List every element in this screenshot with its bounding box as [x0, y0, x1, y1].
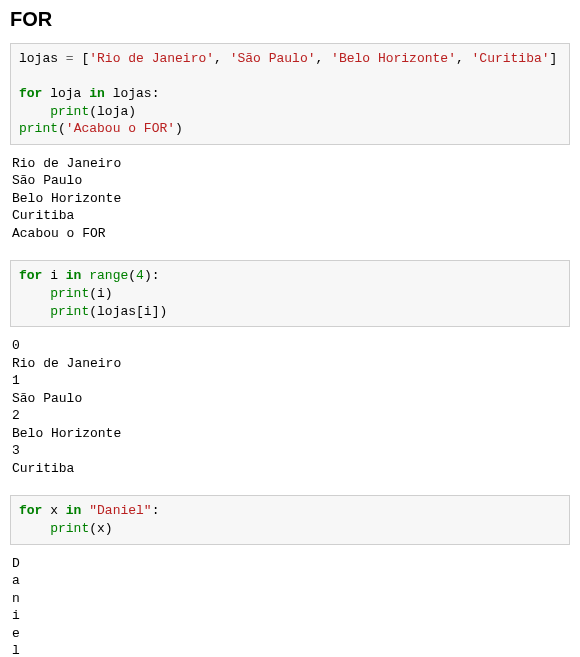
- code-token: ):: [144, 268, 160, 283]
- code-token: ,: [214, 51, 230, 66]
- code-token: in: [66, 268, 82, 283]
- output-cell: D a n i e l: [10, 551, 570, 657]
- code-token: print: [50, 286, 89, 301]
- cells-container: lojas = ['Rio de Janeiro', 'São Paulo', …: [10, 43, 570, 657]
- code-token: 'Curitiba': [472, 51, 550, 66]
- code-token: [19, 286, 50, 301]
- output-cell: 0 Rio de Janeiro 1 São Paulo 2 Belo Hori…: [10, 333, 570, 487]
- code-token: loja: [42, 86, 89, 101]
- code-token: "Daniel": [89, 503, 151, 518]
- code-token: x: [42, 503, 65, 518]
- code-token: print: [19, 121, 58, 136]
- code-token: [19, 104, 50, 119]
- code-token: in: [66, 503, 82, 518]
- code-cell: lojas = ['Rio de Janeiro', 'São Paulo', …: [10, 43, 570, 145]
- code-token: print: [50, 304, 89, 319]
- code-token: ,: [456, 51, 472, 66]
- code-token: print: [50, 104, 89, 119]
- code-token: 'Acabou o FOR': [66, 121, 175, 136]
- code-token: lojas: [19, 51, 66, 66]
- code-token: 'São Paulo': [230, 51, 316, 66]
- code-token: 'Rio de Janeiro': [89, 51, 214, 66]
- code-token: 4: [136, 268, 144, 283]
- code-token: ): [175, 121, 183, 136]
- code-token: for: [19, 503, 42, 518]
- code-token: 'Belo Horizonte': [331, 51, 456, 66]
- code-token: :: [152, 503, 160, 518]
- code-token: (x): [89, 521, 112, 536]
- code-token: ]: [550, 51, 558, 66]
- code-token: (i): [89, 286, 112, 301]
- output-cell: Rio de Janeiro São Paulo Belo Horizonte …: [10, 151, 570, 253]
- code-token: [19, 304, 50, 319]
- code-token: range: [89, 268, 128, 283]
- code-token: in: [89, 86, 105, 101]
- code-token: lojas:: [105, 86, 160, 101]
- code-token: [: [74, 51, 90, 66]
- section-heading: FOR: [10, 8, 570, 31]
- code-token: for: [19, 86, 42, 101]
- code-token: i: [42, 268, 65, 283]
- code-cell: for i in range(4): print(i) print(lojas[…: [10, 260, 570, 327]
- code-cell: for x in "Daniel": print(x): [10, 495, 570, 544]
- code-token: (lojas[i]): [89, 304, 167, 319]
- code-token: [19, 521, 50, 536]
- code-token: for: [19, 268, 42, 283]
- code-token: print: [50, 521, 89, 536]
- code-token: ,: [316, 51, 332, 66]
- code-token: (: [128, 268, 136, 283]
- code-token: (loja): [89, 104, 136, 119]
- code-token: (: [58, 121, 66, 136]
- code-token: =: [66, 51, 74, 66]
